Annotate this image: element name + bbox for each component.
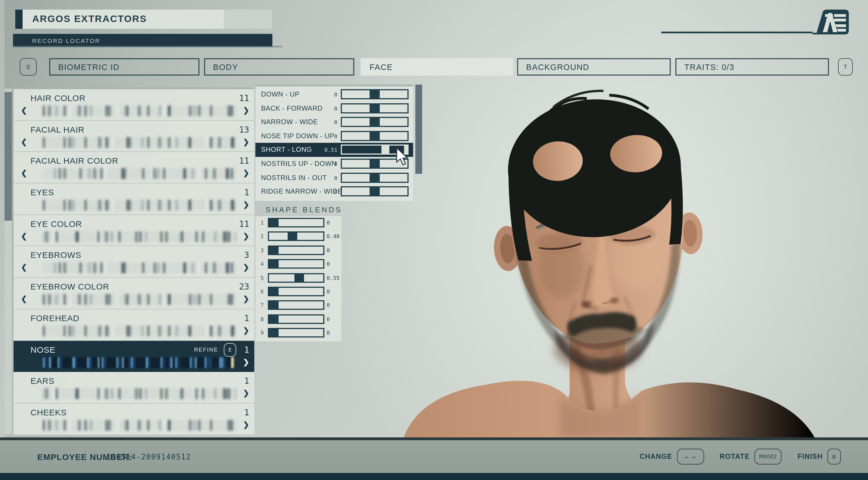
slider-handle[interactable] <box>370 187 380 195</box>
slider-handle[interactable] <box>370 90 380 98</box>
shape-blend-7[interactable]: 7 0 <box>255 299 341 313</box>
blend-track[interactable] <box>268 314 324 324</box>
chevron-right-icon[interactable]: ❯ <box>243 106 249 114</box>
chevron-left-icon[interactable]: ❮ <box>21 137 27 146</box>
blend-track[interactable] <box>268 287 324 296</box>
blend-handle[interactable] <box>269 260 279 268</box>
shape-blend-9[interactable]: 9 0 <box>255 326 341 340</box>
blend-handle[interactable] <box>294 274 304 281</box>
change-arrows-key-hint[interactable]: ← → <box>677 449 704 465</box>
feature-row-ears[interactable]: EARS 1 ❮ ❯ <box>13 372 254 403</box>
option-strip[interactable] <box>43 200 236 210</box>
chevron-right-icon[interactable]: ❯ <box>243 232 249 240</box>
refine-key-hint[interactable]: E <box>224 343 236 356</box>
chevron-right-icon[interactable]: ❯ <box>243 295 249 303</box>
chevron-right-icon[interactable]: ❯ <box>243 389 249 397</box>
shape-blend-4[interactable]: 4 0 <box>255 258 341 271</box>
morph-slider-nose-tip-down-up[interactable]: NOSE TIP DOWN - UP 0 <box>255 129 413 143</box>
prev-tab-key-hint[interactable]: Q <box>20 58 37 76</box>
option-strip[interactable] <box>43 294 236 305</box>
chevron-left-icon[interactable]: ❮ <box>21 263 27 272</box>
chevron-right-icon[interactable]: ❯ <box>243 420 249 429</box>
chevron-right-icon[interactable]: ❯ <box>243 200 249 209</box>
option-strip-selected[interactable] <box>43 357 236 368</box>
blend-track[interactable] <box>268 259 324 269</box>
blend-handle[interactable] <box>288 233 297 240</box>
shape-blend-2[interactable]: 2 0.40 <box>255 230 341 244</box>
blend-track[interactable] <box>268 218 324 228</box>
feature-row-eyebrows[interactable]: EYEBROWS 3 ❮ ❯ <box>13 246 254 278</box>
tab-body[interactable]: BODY <box>204 58 354 76</box>
blend-track[interactable] <box>268 245 324 255</box>
slider-handle[interactable] <box>370 132 380 140</box>
tab-traits[interactable]: TRAITS: 0/3 <box>675 58 829 76</box>
tab-biometric-id[interactable]: BIOMETRIC ID <box>49 58 199 76</box>
shape-blend-1[interactable]: 1 0 <box>255 216 341 230</box>
slider-track[interactable] <box>341 89 409 99</box>
morph-panel-scrollbar[interactable] <box>415 84 422 207</box>
feature-row-facial-hair-color[interactable]: FACIAL HAIR COLOR 11 ❮ ❯ <box>13 152 254 183</box>
slider-track[interactable] <box>341 172 409 182</box>
shape-blend-3[interactable]: 3 0 <box>255 244 341 258</box>
chevron-left-icon[interactable]: ❮ <box>21 295 27 303</box>
feature-row-cheeks[interactable]: CHEEKS 1 ❮ ❯ <box>13 404 254 435</box>
morph-slider-back-forward[interactable]: BACK - FORWARD 0 <box>255 101 413 115</box>
morph-slider-ridge-narrow-wide[interactable]: RIDGE NARROW - WIDE 0 <box>255 184 413 198</box>
blend-handle[interactable] <box>269 288 279 295</box>
tab-background[interactable]: BACKGROUND <box>517 58 671 76</box>
feature-row-eyebrow-color[interactable]: EYEBROW COLOR 23 ❮ ❯ <box>13 278 254 309</box>
morph-slider-narrow-wide[interactable]: NARROW - WIDE 0 <box>255 115 413 129</box>
feature-row-forehead[interactable]: FOREHEAD 1 ❮ ❯ <box>13 309 254 341</box>
blend-handle[interactable] <box>269 219 279 226</box>
morph-slider-nostrils-in-out[interactable]: NOSTRILS IN - OUT 0 <box>255 171 413 184</box>
option-strip[interactable] <box>43 325 236 336</box>
blend-track[interactable] <box>268 328 324 338</box>
sidebar-scrollbar[interactable] <box>4 89 12 434</box>
morph-panel-scrollbar-thumb[interactable] <box>415 84 422 174</box>
chevron-left-icon[interactable]: ❮ <box>21 232 27 240</box>
morph-slider-nostrils-up-down[interactable]: NOSTRILS UP - DOWN 0 <box>255 157 413 171</box>
chevron-left-icon[interactable]: ❮ <box>21 106 27 114</box>
morph-slider-down-up[interactable]: DOWN - UP 0 <box>255 88 413 101</box>
blend-track[interactable] <box>268 301 324 310</box>
next-tab-key-hint[interactable]: T <box>838 58 853 76</box>
sidebar-scrollbar-thumb[interactable] <box>4 92 12 221</box>
option-strip[interactable] <box>43 106 236 116</box>
option-strip[interactable] <box>43 231 236 242</box>
chevron-right-icon[interactable]: ❯ <box>243 326 249 335</box>
finish-key-hint[interactable]: R <box>827 449 841 465</box>
tab-face[interactable]: FACE <box>361 58 513 76</box>
blend-handle[interactable] <box>269 247 279 254</box>
feature-row-nose[interactable]: NOSE REFINE E 1 ❮ ❯ <box>13 341 254 372</box>
chevron-right-icon[interactable]: ❯ <box>243 263 249 272</box>
option-strip[interactable] <box>43 137 236 147</box>
option-strip[interactable] <box>43 420 236 431</box>
shape-blend-5[interactable]: 5 0.55 <box>255 271 341 285</box>
blend-handle[interactable] <box>269 315 279 322</box>
slider-handle[interactable] <box>370 104 380 112</box>
feature-row-hair-color[interactable]: HAIR COLOR 11 ❮ ❯ <box>13 89 254 121</box>
morph-slider-short-long[interactable]: SHORT - LONG 0.51 <box>255 143 413 157</box>
feature-row-eyes[interactable]: EYES 1 ❮ ❯ <box>13 183 254 215</box>
chevron-right-icon[interactable]: ❯ <box>243 137 249 146</box>
feature-row-facial-hair[interactable]: FACIAL HAIR 13 ❮ ❯ <box>13 121 254 152</box>
option-strip[interactable] <box>43 168 236 179</box>
rotate-mouse2-key-hint[interactable]: MOUSE2 <box>754 449 781 465</box>
chevron-right-icon[interactable]: ❯ <box>243 169 249 177</box>
chevron-right-icon[interactable]: ❯ <box>243 357 249 366</box>
slider-handle[interactable] <box>370 174 380 181</box>
blend-track[interactable] <box>268 232 324 241</box>
slider-track[interactable] <box>341 131 409 141</box>
shape-blend-8[interactable]: 8 0 <box>255 312 341 326</box>
slider-handle[interactable] <box>370 118 380 126</box>
blend-track[interactable] <box>268 273 324 282</box>
option-strip[interactable] <box>43 388 236 399</box>
shape-blend-6[interactable]: 6 0 <box>255 285 341 299</box>
slider-track[interactable] <box>341 186 409 196</box>
slider-track[interactable] <box>341 103 409 113</box>
blend-handle[interactable] <box>269 302 279 309</box>
chevron-left-icon[interactable]: ❮ <box>21 169 27 177</box>
slider-track[interactable] <box>341 117 409 127</box>
slider-handle[interactable] <box>370 160 380 168</box>
blend-handle[interactable] <box>269 329 279 336</box>
